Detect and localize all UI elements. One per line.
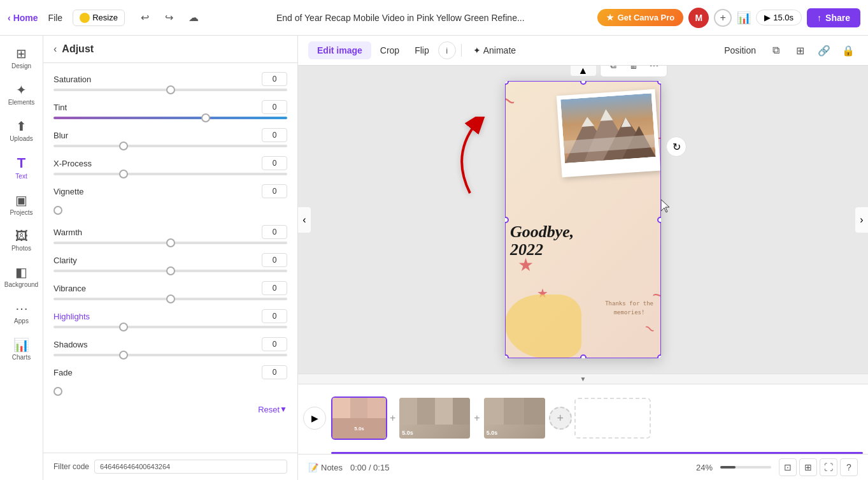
canvas-workspace[interactable]: ‹ › ▲ xyxy=(298,66,868,374)
vibrance-value[interactable]: 0 xyxy=(262,281,287,295)
add-clip-button[interactable]: + xyxy=(549,407,572,430)
highlights-thumb[interactable] xyxy=(119,323,128,331)
resize-button[interactable]: Resize xyxy=(73,10,125,26)
zoom-level: 24% xyxy=(696,463,713,472)
fit-view-button[interactable]: ⊡ xyxy=(779,458,797,476)
sidebar-item-elements[interactable]: ✦ Elements xyxy=(3,77,41,111)
warmth-thumb[interactable] xyxy=(166,238,175,247)
fullscreen-button[interactable]: ⛶ xyxy=(820,458,837,476)
empty-clip-area[interactable] xyxy=(574,398,651,439)
sidebar-item-charts[interactable]: 📊 Charts xyxy=(3,332,41,366)
delete-button[interactable]: 🗑 xyxy=(625,66,643,74)
timeline-collapse-bar[interactable]: ▼ xyxy=(298,374,868,384)
vibrance-thumb[interactable] xyxy=(166,295,175,303)
duplicate-button[interactable]: ⧉ xyxy=(604,66,622,74)
clarity-track[interactable] xyxy=(53,270,287,272)
cloud-save-button[interactable]: ☁ xyxy=(183,8,204,28)
timeline-clip-3[interactable]: 5.0s xyxy=(483,396,546,440)
sidebar-item-label: Design xyxy=(11,62,31,69)
saturation-track[interactable] xyxy=(53,89,287,91)
fade-label: Fade xyxy=(53,368,73,377)
redo-button[interactable]: ↪ xyxy=(159,8,180,28)
info-button[interactable]: i xyxy=(438,41,456,59)
rotate-handle[interactable]: ↻ xyxy=(666,136,687,157)
shadows-thumb[interactable] xyxy=(119,351,128,360)
blur-value[interactable]: 0 xyxy=(262,128,287,142)
crop-button[interactable]: Crop xyxy=(374,41,406,59)
sidebar-item-uploads[interactable]: ⬆ Uploads xyxy=(3,113,41,147)
highlights-value[interactable]: 0 xyxy=(262,309,287,323)
back-button[interactable]: ‹ xyxy=(53,43,57,55)
shadows-track[interactable] xyxy=(53,354,287,356)
sliders-area: Saturation 0 Tint 0 Bl xyxy=(43,63,297,453)
canvas-scroll-right[interactable]: › xyxy=(855,207,868,233)
file-menu[interactable]: File xyxy=(48,13,63,23)
canvas-scroll-top[interactable]: ▲ xyxy=(571,66,596,76)
grid-view-button[interactable]: ⊞ xyxy=(799,458,817,476)
get-canva-pro-button[interactable]: ★ Get Canva Pro xyxy=(597,9,684,26)
sidebar-item-design[interactable]: ⊞ Design xyxy=(3,41,41,75)
clarity-thumb[interactable] xyxy=(166,266,175,275)
more-options-button[interactable]: ••• xyxy=(645,66,663,74)
play-button[interactable]: ▶ xyxy=(303,407,326,430)
notes-button[interactable]: 📝 Notes xyxy=(308,463,343,472)
tint-thumb[interactable] xyxy=(201,113,210,122)
polaroid-frame[interactable] xyxy=(557,89,661,178)
link-button[interactable]: 🔗 xyxy=(815,41,834,60)
tint-slider-row: Tint 0 xyxy=(43,96,297,124)
xprocess-thumb[interactable] xyxy=(119,170,128,178)
share-button[interactable]: ↑ Share xyxy=(807,8,860,27)
timeline-clip-2[interactable]: 5.0s xyxy=(398,396,471,440)
vignette-thumb[interactable] xyxy=(53,206,62,215)
canvas-scroll-left[interactable]: ‹ xyxy=(298,207,311,233)
vibrance-track[interactable] xyxy=(53,298,287,300)
preview-play-button[interactable]: ▶ 15.0s xyxy=(756,10,802,25)
shadows-value[interactable]: 0 xyxy=(262,337,287,351)
sidebar-item-label: Projects xyxy=(10,209,32,216)
vignette-slider-row: Vignette 0 xyxy=(43,180,297,221)
reset-button[interactable]: Reset xyxy=(258,405,280,414)
clarity-value[interactable]: 0 xyxy=(262,253,287,267)
position-button[interactable]: Position xyxy=(719,43,761,58)
timeline-clip-1[interactable]: 5.0s xyxy=(331,396,387,440)
play-icon: ▶ xyxy=(764,13,771,22)
sidebar-item-apps[interactable]: ⋯ Apps xyxy=(3,296,41,330)
edit-image-button[interactable]: Edit image xyxy=(308,41,371,59)
zoom-slider[interactable] xyxy=(720,466,771,469)
add-member-button[interactable]: + xyxy=(714,9,732,27)
adjust-panel: ‹ Adjust Saturation 0 Tint 0 xyxy=(43,36,298,480)
grid-button[interactable]: ⊞ xyxy=(790,41,809,60)
fade-thumb[interactable] xyxy=(53,387,62,396)
blur-track[interactable] xyxy=(53,145,287,147)
sidebar-item-photos[interactable]: 🖼 Photos xyxy=(3,224,41,257)
flip-button[interactable]: Flip xyxy=(408,41,436,59)
vignette-value[interactable]: 0 xyxy=(262,184,287,198)
filter-code-input[interactable] xyxy=(94,460,287,474)
fade-value[interactable]: 0 xyxy=(262,365,287,379)
animate-button[interactable]: ✦ Animate xyxy=(467,41,522,59)
lock-button[interactable]: 🔒 xyxy=(839,41,858,60)
saturation-thumb[interactable] xyxy=(166,85,175,94)
blur-thumb[interactable] xyxy=(119,142,128,150)
warmth-track[interactable] xyxy=(53,242,287,244)
undo-button[interactable]: ↩ xyxy=(135,8,155,28)
help-button[interactable]: ? xyxy=(840,458,858,476)
warmth-value[interactable]: 0 xyxy=(262,225,287,239)
xprocess-track[interactable] xyxy=(53,173,287,175)
sidebar-item-projects[interactable]: ▣ Projects xyxy=(3,187,41,221)
clarity-slider-row: Clarity 0 xyxy=(43,249,297,277)
zoom-slider-fill xyxy=(720,466,736,469)
home-button[interactable]: ‹ Home xyxy=(8,13,38,23)
analytics-icon[interactable]: 📊 xyxy=(737,11,751,25)
copy-button[interactable]: ⧉ xyxy=(766,41,785,60)
tint-track[interactable] xyxy=(53,117,287,119)
xprocess-value[interactable]: 0 xyxy=(262,156,287,170)
sidebar-item-text[interactable]: T Text xyxy=(3,150,41,185)
design-card[interactable]: ~ ~ ∫ ~ ~ ★ ★ xyxy=(505,81,661,358)
sidebar-item-background[interactable]: ◧ Background xyxy=(3,259,41,293)
highlights-track[interactable] xyxy=(53,326,287,328)
avatar[interactable]: M xyxy=(688,8,709,28)
sidebar-item-label: Uploads xyxy=(10,135,33,142)
tint-value[interactable]: 0 xyxy=(262,100,287,114)
saturation-value[interactable]: 0 xyxy=(262,72,287,86)
